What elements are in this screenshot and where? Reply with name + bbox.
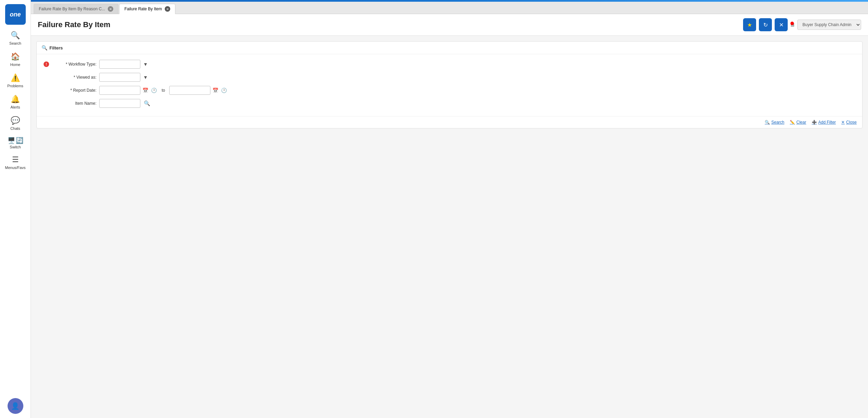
notification-dot (790, 22, 794, 25)
date-to-calendar-icon[interactable]: 📅 (212, 87, 219, 94)
switch-icon2: 🔄 (16, 137, 23, 144)
viewed-as-row: * Viewed as: ▼ (44, 73, 855, 82)
date-from-calendar-icon[interactable]: 📅 (142, 87, 149, 94)
viewed-as-label: * Viewed as: (52, 75, 96, 80)
alerts-icon: 🔔 (11, 95, 20, 104)
filter-title: Filters (49, 45, 63, 50)
workflow-type-input[interactable] (99, 60, 140, 69)
close-button[interactable]: ✕ (775, 18, 788, 31)
sidebar-item-problems[interactable]: ⚠️ Problems (0, 70, 31, 91)
viewed-as-dropdown-icon[interactable]: ▼ (143, 75, 148, 80)
sidebar-item-home[interactable]: 🏠 Home (0, 49, 31, 70)
role-dropdown[interactable]: Buyer Supply Chain Admin (797, 20, 861, 30)
problems-icon: ⚠️ (11, 74, 20, 82)
tab-failure-rate-by-item[interactable]: Failure Rate By Item ✕ (119, 4, 175, 14)
report-date-label: * Report Date: (52, 88, 96, 93)
sidebar-item-menus[interactable]: ☰ Menus/Favs (0, 152, 31, 173)
favorite-button[interactable]: ★ (743, 18, 756, 31)
sidebar-item-switch[interactable]: 🖥️ 🔄 Switch (0, 134, 31, 152)
add-filter-action[interactable]: ➕ Add Filter (812, 120, 836, 125)
filter-header: 🔍 Filters (37, 42, 862, 54)
sidebar-bottom: 👤 (0, 398, 31, 418)
item-name-row: Item Name: 🔍 (44, 99, 855, 108)
home-icon: 🏠 (11, 52, 20, 61)
item-name-search-icon[interactable]: 🔍 (143, 100, 151, 107)
add-filter-icon: ➕ (812, 120, 817, 125)
report-date-from-input[interactable] (99, 86, 140, 95)
search-action-icon: 🔍 (765, 120, 770, 125)
tab-bar: Failure Rate By Item By Reason C... ✕ Fa… (31, 2, 868, 14)
workflow-type-label: * Workflow Type: (52, 62, 96, 67)
tab-failure-rate-by-reason[interactable]: Failure Rate By Item By Reason C... ✕ (34, 4, 118, 14)
refresh-button[interactable]: ↻ (759, 18, 772, 31)
filter-panel: 🔍 Filters ! * Workflow Type: ▼ * Viewed … (36, 41, 863, 128)
menus-icon: ☰ (12, 155, 19, 164)
workflow-type-row: ! * Workflow Type: ▼ (44, 60, 855, 69)
clear-action-icon: ✏️ (790, 120, 795, 125)
page-header: Failure Rate By Item ★ ↻ ✕ ≡ Buyer Suppl… (31, 14, 868, 36)
workflow-error-icon: ! (44, 61, 49, 67)
date-to-time-icon[interactable]: 🕐 (220, 87, 228, 94)
sidebar-item-alerts[interactable]: 🔔 Alerts (0, 91, 31, 113)
page-title: Failure Rate By Item (38, 20, 111, 29)
sidebar: one 🔍 Search 🏠 Home ⚠️ Problems 🔔 Alerts… (0, 0, 31, 418)
search-action[interactable]: 🔍 Search (765, 120, 784, 125)
workflow-type-dropdown-icon[interactable]: ▼ (143, 61, 148, 67)
content-area: 🔍 Filters ! * Workflow Type: ▼ * Viewed … (31, 36, 868, 418)
chats-icon: 💬 (11, 116, 20, 125)
filter-icon: 🔍 (42, 45, 47, 50)
user-avatar[interactable]: 👤 (8, 398, 23, 414)
main-area: Failure Rate By Item By Reason C... ✕ Fa… (31, 0, 868, 418)
clear-action[interactable]: ✏️ Clear (790, 120, 806, 125)
date-from-time-icon[interactable]: 🕐 (150, 87, 158, 94)
header-actions: ★ ↻ ✕ ≡ Buyer Supply Chain Admin (743, 18, 861, 31)
report-date-to-input[interactable] (169, 86, 210, 95)
report-date-to-group: 📅 🕐 (169, 86, 228, 95)
tab-close-1[interactable]: ✕ (108, 6, 113, 12)
item-name-input[interactable] (99, 99, 140, 108)
menu-button[interactable]: ≡ (790, 21, 795, 29)
report-date-row: * Report Date: 📅 🕐 to 📅 🕐 (44, 86, 855, 95)
to-label: to (162, 88, 165, 93)
app-logo[interactable]: one (5, 4, 26, 25)
report-date-from-group: 📅 🕐 (99, 86, 158, 95)
search-icon: 🔍 (11, 31, 20, 40)
sidebar-item-search[interactable]: 🔍 Search (0, 27, 31, 49)
switch-icon: 🖥️ (8, 137, 15, 144)
close-action[interactable]: ✕ Close (841, 120, 857, 125)
filter-footer: 🔍 Search ✏️ Clear ➕ Add Filter ✕ Close (37, 116, 862, 128)
item-name-label: Item Name: (52, 101, 96, 106)
viewed-as-input[interactable] (99, 73, 140, 82)
tab-close-2[interactable]: ✕ (165, 6, 170, 12)
close-action-icon: ✕ (841, 120, 845, 125)
filter-body: ! * Workflow Type: ▼ * Viewed as: ▼ * Re… (37, 54, 862, 116)
sidebar-item-chats[interactable]: 💬 Chats (0, 113, 31, 134)
